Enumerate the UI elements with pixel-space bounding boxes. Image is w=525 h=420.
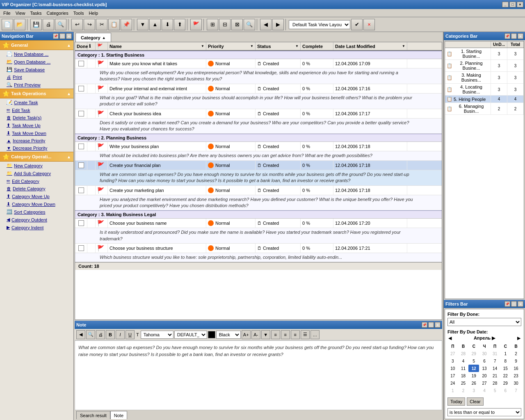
menu-tools[interactable]: Tools: [71, 10, 87, 16]
table-row[interactable]: 🚩 Create your financial plan Normal 🗒 Cr…: [75, 161, 442, 170]
nav-save-database[interactable]: 💾 Save Database: [0, 66, 73, 73]
cal-day[interactable]: 4: [479, 387, 490, 394]
task-done-2-1[interactable]: [75, 142, 87, 151]
maximize-button[interactable]: □: [509, 2, 516, 7]
nav-new-category[interactable]: 📁 New Category: [0, 162, 73, 169]
toolbar-new-btn[interactable]: 📄: [2, 19, 13, 30]
cal-day[interactable]: 19: [468, 372, 479, 379]
cal-day[interactable]: 6: [479, 357, 490, 365]
nav-sort-categories[interactable]: 🔤 Sort Categories: [0, 208, 73, 216]
note-panel-pin-btn[interactable]: 📌: [422, 322, 427, 328]
cal-day[interactable]: 16: [511, 365, 521, 372]
cal-day[interactable]: 1: [500, 350, 511, 357]
cal-day[interactable]: 24: [447, 379, 458, 387]
cal-day[interactable]: 3: [447, 357, 458, 365]
category-tab[interactable]: Category ▲: [75, 33, 111, 42]
note-align-left-btn[interactable]: ≡: [271, 330, 280, 339]
cal-day[interactable]: 2: [458, 387, 469, 394]
note-align-center-btn[interactable]: ≡: [281, 330, 290, 339]
cal-day[interactable]: 9: [511, 357, 521, 365]
note-font-size-down-btn[interactable]: A-: [251, 330, 260, 339]
nav-cat-move-down[interactable]: ⬇ Category Move Down: [0, 200, 73, 208]
cal-day[interactable]: 25: [458, 379, 469, 387]
cal-day[interactable]: 14: [490, 365, 500, 372]
toolbar-undo-btn[interactable]: ↩: [71, 19, 83, 30]
header-info[interactable]: ℹ: [87, 42, 96, 50]
task-grid[interactable]: Done ℹ 🚩 Name ▼ Priority ▼ Status: [75, 42, 442, 320]
list-item[interactable]: 📋 4. Locating Busine... 3 3: [445, 84, 524, 96]
cal-day[interactable]: 8: [500, 357, 511, 365]
header-priority[interactable]: Priority ▼: [206, 42, 256, 50]
filters-bar-pin-btn[interactable]: 📌: [504, 301, 510, 307]
menu-categories[interactable]: Categories: [44, 10, 71, 16]
nav-cat-indent[interactable]: ▶ Category Indent: [0, 224, 73, 231]
table-row[interactable]: 🚩 Choose your business name Normal 🗒 Cre…: [75, 219, 442, 228]
nav-print[interactable]: 🖨 Print: [0, 73, 73, 81]
cal-day[interactable]: 27: [447, 350, 458, 357]
cal-day[interactable]: 15: [500, 365, 511, 372]
filter-op-select[interactable]: is less than or equal to: [447, 408, 521, 416]
nav-decrease-priority[interactable]: ▼ Decrease Priority: [0, 144, 73, 152]
nav-print-preview[interactable]: 🔍 Print Preview: [0, 81, 73, 89]
cal-next-year[interactable]: ▶: [516, 336, 521, 341]
cal-day[interactable]: 5: [490, 387, 500, 394]
table-row[interactable]: 🚩 Check your business idea Normal 🗒 Crea…: [75, 109, 442, 119]
list-item[interactable]: 📋 6. Managing Busin... 2 2: [445, 103, 524, 115]
header-date[interactable]: Date Last Modified ▼: [333, 42, 407, 50]
toolbar-prev-btn[interactable]: ◀: [260, 19, 272, 30]
cal-day[interactable]: 10: [447, 365, 458, 372]
task-done-2-2[interactable]: [75, 161, 87, 170]
nav-add-sub-category[interactable]: 📁 Add Sub Category: [0, 169, 73, 177]
toolbar-cols-btn[interactable]: ⊟: [219, 19, 231, 30]
toolbar-redo-btn[interactable]: ↪: [84, 19, 95, 30]
header-complete[interactable]: Complete: [301, 42, 333, 50]
cal-day[interactable]: 23: [511, 372, 521, 379]
toolbar-preview-btn[interactable]: 🔍: [55, 19, 66, 30]
note-align-right-btn[interactable]: ≡: [291, 330, 300, 339]
task-done-2-3[interactable]: [75, 186, 87, 195]
cal-day[interactable]: 30: [511, 379, 521, 387]
table-row[interactable]: 🚩 Create your marketing plan Normal 🗒 Cr…: [75, 186, 442, 195]
cal-day[interactable]: 11: [458, 365, 469, 372]
checkbox-3-2[interactable]: [78, 245, 84, 251]
cal-day[interactable]: 7: [490, 357, 500, 365]
note-tab-search[interactable]: Search result: [76, 411, 110, 419]
cal-day[interactable]: 31: [490, 350, 500, 357]
nav-increase-priority[interactable]: ▲ Increase Priority: [0, 137, 73, 144]
filter-done-select[interactable]: All: [447, 318, 521, 326]
nav-new-database[interactable]: 📄 New Database ...: [0, 50, 73, 58]
task-done-3-2[interactable]: [75, 244, 87, 253]
filters-bar-close-btn[interactable]: ×: [518, 301, 523, 307]
list-item[interactable]: 📋 2. Planning Busine... 3 3: [445, 60, 524, 72]
toolbar-print-btn[interactable]: 🖨: [43, 19, 54, 30]
nav-edit-task[interactable]: ✏ Edit Task: [0, 106, 73, 114]
cal-day[interactable]: 27: [479, 379, 490, 387]
menu-help[interactable]: Help: [86, 10, 100, 16]
table-row[interactable]: 🚩 Make sure you know what it takes Norma…: [75, 59, 442, 68]
close-button[interactable]: ×: [517, 2, 523, 7]
toolbar-search-btn[interactable]: 🔍: [244, 19, 255, 30]
note-panel-close-btn[interactable]: ×: [435, 322, 441, 328]
cal-today[interactable]: 12: [468, 365, 479, 372]
cal-day[interactable]: 18: [458, 372, 469, 379]
nav-bar-pin-btn[interactable]: 📌: [53, 33, 59, 39]
toolbar-task-up-btn[interactable]: ▲: [149, 19, 161, 30]
task-done-1-1[interactable]: [75, 59, 87, 68]
table-row[interactable]: 🚩 Define your internal and external inte…: [75, 84, 442, 94]
checkbox-3-1[interactable]: [78, 220, 84, 226]
checkbox-2-3[interactable]: [78, 187, 84, 193]
nav-cat-outdent[interactable]: ◀ Category Outdent: [0, 216, 73, 224]
list-item[interactable]: 📋 5. Hiring People 4 4: [445, 96, 524, 103]
note-back-btn[interactable]: ◀: [76, 330, 85, 339]
toolbar-paste-btn[interactable]: 📌: [121, 19, 132, 30]
cal-prev-month[interactable]: ◀: [447, 336, 452, 341]
cal-day[interactable]: 29: [468, 350, 479, 357]
cal-day[interactable]: 5: [468, 357, 479, 365]
cal-day[interactable]: 4: [458, 357, 469, 365]
toolbar-filter-btn[interactable]: ⊠: [231, 19, 243, 30]
table-row[interactable]: 🚩 Choose your business structure Normal …: [75, 244, 442, 253]
task-ops-section-header[interactable]: ⭐ Task Operations ▲: [0, 89, 73, 98]
nav-create-task[interactable]: 📝 Create Task: [0, 98, 73, 106]
note-list-btn[interactable]: ☰: [301, 330, 310, 339]
cal-day[interactable]: 13: [479, 365, 490, 372]
